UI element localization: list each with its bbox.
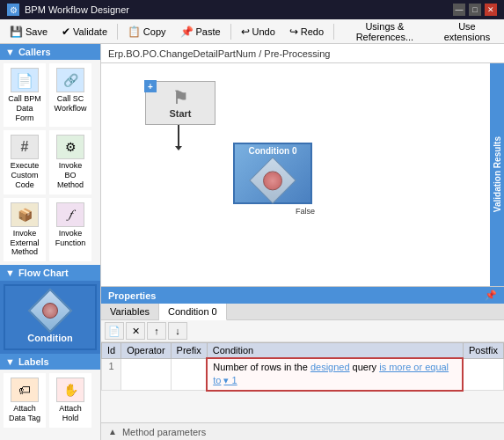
condition-label: Condition bbox=[27, 333, 72, 343]
properties-pin-icon[interactable]: 📌 bbox=[485, 290, 497, 301]
row-condition[interactable]: Number of rows in the designed query is … bbox=[207, 358, 463, 391]
flow-chart-arrow: ▼ bbox=[5, 268, 15, 278]
usings-button[interactable]: Usings & References... bbox=[338, 22, 432, 41]
properties-tabs: Variables Condition 0 bbox=[101, 304, 504, 320]
start-node-flag: + bbox=[144, 80, 157, 92]
attach-data-tag-icon: 🏷 bbox=[11, 378, 39, 402]
redo-button[interactable]: ↪ Redo bbox=[283, 22, 330, 41]
move-down-icon: ↓ bbox=[175, 326, 180, 336]
labels-items: 🏷 Attach Data Tag ✋ Attach Hold bbox=[0, 370, 100, 431]
call-bpm-data-form-item[interactable]: 📄 Call BPM Data Form bbox=[4, 63, 46, 127]
execute-icon: # bbox=[11, 135, 39, 159]
extensions-button[interactable]: Use extensions bbox=[434, 22, 500, 41]
redo-label: Redo bbox=[301, 26, 324, 37]
redo-icon: ↪ bbox=[289, 26, 298, 38]
copy-label: Copy bbox=[143, 26, 166, 37]
condition-node-title: Condition 0 bbox=[235, 146, 310, 156]
invoke-bo-method-item[interactable]: ⚙ Invoke BO Method bbox=[49, 130, 91, 194]
title-bar: ⚙ BPM Workflow Designer — □ ✕ bbox=[0, 0, 504, 19]
call-sc-icon: 🔗 bbox=[56, 68, 84, 92]
breadcrumb-text: Erp.BO.PO.ChangeDetailPartNum / Pre-Proc… bbox=[108, 48, 331, 59]
condition-table: Id Operator Prefix Condition Postfix 1 bbox=[101, 342, 504, 392]
flow-chart-label: Flow Chart bbox=[18, 268, 69, 278]
paste-label: Paste bbox=[196, 26, 221, 37]
properties-title: Properties bbox=[108, 290, 156, 301]
extensions-label: Use extensions bbox=[440, 21, 494, 42]
attach-data-tag-item[interactable]: 🏷 Attach Data Tag bbox=[4, 373, 46, 428]
condition-node[interactable]: Condition 0 False bbox=[233, 143, 312, 204]
tab-variables[interactable]: Variables bbox=[101, 304, 159, 319]
invoke-function-item[interactable]: 𝑓 Invoke Function bbox=[49, 198, 91, 261]
canvas-area[interactable]: + ⚑ Start Condition 0 False Val bbox=[101, 63, 504, 286]
row-operator bbox=[121, 358, 171, 391]
new-record-button[interactable]: 📄 bbox=[105, 322, 124, 340]
invoke-function-icon: 𝑓 bbox=[56, 202, 84, 227]
usings-label: Usings & References... bbox=[344, 21, 426, 42]
move-down-button[interactable]: ↓ bbox=[168, 322, 187, 340]
arrow-start-to-condition bbox=[178, 125, 179, 147]
invoke-external-label: Invoke External Method bbox=[6, 229, 43, 257]
value-link[interactable]: ▾ 1 bbox=[223, 375, 237, 385]
main-layout: ▼ Callers 📄 Call BPM Data Form 🔗 Call SC… bbox=[0, 44, 504, 440]
delete-record-button[interactable]: ✕ bbox=[126, 322, 145, 340]
attach-data-tag-label: Attach Data Tag bbox=[6, 404, 43, 423]
start-node[interactable]: + ⚑ Start bbox=[145, 81, 215, 125]
save-button[interactable]: 💾 Save bbox=[4, 22, 54, 41]
tab-condition0[interactable]: Condition 0 bbox=[159, 304, 227, 320]
condition-item[interactable]: Condition bbox=[4, 284, 97, 350]
invoke-external-item[interactable]: 📦 Invoke External Method bbox=[4, 198, 46, 261]
breadcrumb: Erp.BO.PO.ChangeDetailPartNum / Pre-Proc… bbox=[101, 44, 504, 63]
validate-label: Validate bbox=[73, 26, 107, 37]
labels-label: Labels bbox=[18, 356, 49, 367]
move-up-button[interactable]: ↑ bbox=[147, 322, 166, 340]
copy-button[interactable]: 📋 Copy bbox=[121, 22, 172, 41]
flow-chart-section-header[interactable]: ▼ Flow Chart bbox=[0, 265, 100, 281]
close-button[interactable]: ✕ bbox=[485, 4, 497, 16]
execute-custom-code-item[interactable]: # Execute Custom Code bbox=[4, 130, 46, 194]
invoke-bo-icon: ⚙ bbox=[56, 135, 84, 159]
delete-record-icon: ✕ bbox=[132, 326, 140, 337]
col-id: Id bbox=[102, 343, 121, 359]
labels-section-header[interactable]: ▼ Labels bbox=[0, 354, 100, 370]
separator-3 bbox=[333, 24, 334, 40]
separator-2 bbox=[230, 24, 231, 40]
paste-button[interactable]: 📌 Paste bbox=[174, 22, 227, 41]
right-area: Erp.BO.PO.ChangeDetailPartNum / Pre-Proc… bbox=[101, 44, 504, 440]
undo-button[interactable]: ↩ Undo bbox=[235, 22, 281, 41]
callers-items: 📄 Call BPM Data Form 🔗 Call SC Workflow … bbox=[0, 60, 100, 265]
col-operator: Operator bbox=[121, 343, 171, 359]
validation-panel[interactable]: Validation Results bbox=[490, 63, 504, 286]
toolbar: 💾 Save ✔ Validate 📋 Copy 📌 Paste ↩ Undo … bbox=[0, 19, 504, 44]
tab-condition0-label: Condition 0 bbox=[168, 306, 217, 317]
new-record-icon: 📄 bbox=[108, 326, 121, 337]
attach-hold-label: Attach Hold bbox=[52, 404, 89, 423]
condition-node-bg: Condition 0 False bbox=[233, 143, 312, 204]
callers-section-header[interactable]: ▼ Callers bbox=[0, 44, 100, 60]
properties-panel: Properties 📌 Variables Condition 0 📄 ✕ bbox=[101, 286, 504, 422]
app-title: BPM Workflow Designer bbox=[25, 4, 453, 15]
properties-header: Properties 📌 bbox=[101, 287, 504, 304]
call-sc-workflow-item[interactable]: 🔗 Call SC Workflow bbox=[49, 63, 91, 127]
save-label: Save bbox=[26, 26, 47, 37]
row-id: 1 bbox=[102, 358, 121, 391]
row-prefix bbox=[171, 358, 207, 391]
validate-button[interactable]: ✔ Validate bbox=[55, 22, 113, 41]
condition-large-icon bbox=[27, 291, 73, 330]
callers-arrow: ▼ bbox=[5, 47, 15, 57]
minimize-button[interactable]: — bbox=[453, 4, 465, 16]
maximize-button[interactable]: □ bbox=[469, 4, 481, 16]
method-params-arrow[interactable]: ▲ bbox=[108, 427, 117, 436]
callers-label: Callers bbox=[18, 47, 51, 57]
start-node-label: Start bbox=[169, 108, 191, 119]
window-controls[interactable]: — □ ✕ bbox=[453, 4, 497, 16]
undo-icon: ↩ bbox=[241, 26, 250, 38]
condition-text: Number of rows in the designed query is … bbox=[213, 362, 449, 385]
method-params-label: Method parameters bbox=[122, 427, 206, 437]
attach-hold-item[interactable]: ✋ Attach Hold bbox=[49, 373, 91, 428]
copy-icon: 📋 bbox=[128, 26, 141, 38]
invoke-bo-label: Invoke BO Method bbox=[52, 161, 89, 189]
call-sc-label: Call SC Workflow bbox=[52, 94, 89, 114]
designed-link[interactable]: designed bbox=[310, 362, 350, 372]
condition-false-label: False bbox=[296, 207, 315, 216]
properties-table: Id Operator Prefix Condition Postfix 1 bbox=[101, 342, 504, 422]
